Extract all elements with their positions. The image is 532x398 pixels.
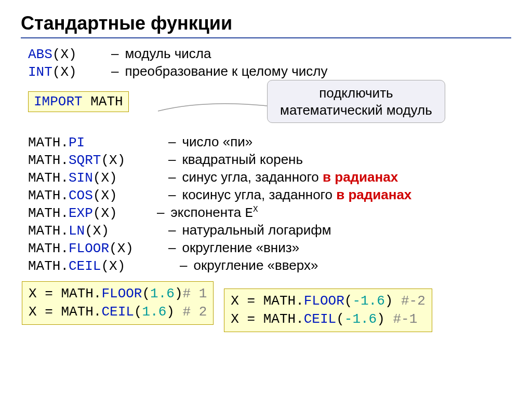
- function-name: MATH.CEIL(X): [28, 258, 180, 274]
- function-row: MATH.CEIL(X)–округление «вверх»: [28, 257, 511, 274]
- import-area: IMPORT MATH подключить математический мо…: [28, 91, 511, 125]
- page-title: Стандартные функции: [21, 12, 511, 34]
- function-row: MATH.LN(X)–натуральный логарифм: [28, 222, 511, 239]
- example-box-left: X = MATH.FLOOR(1.6)# 1X = MATH.CEIL(1.6)…: [22, 281, 214, 325]
- import-box: IMPORT MATH: [28, 91, 129, 112]
- function-row: INT(X)–преобразование к целому числу: [28, 63, 511, 80]
- code-line: X = MATH.FLOOR(-1.6) #-2: [231, 292, 425, 310]
- examples-row: X = MATH.FLOOR(1.6)# 1X = MATH.CEIL(1.6)…: [22, 281, 511, 332]
- function-desc: натуральный логарифм: [182, 222, 331, 238]
- dash: –: [168, 152, 176, 168]
- function-desc: преобразование к целому числу: [125, 63, 327, 79]
- dash: –: [111, 46, 118, 62]
- function-desc: округление «вниз»: [182, 240, 299, 256]
- function-name: MATH.EXP(X): [28, 205, 157, 221]
- top-function-list: ABS(X)–модуль числаINT(X)–преобразование…: [21, 46, 511, 80]
- function-row: MATH.SIN(X)–синус угла, заданного в ради…: [28, 169, 511, 186]
- function-desc: модуль числа: [125, 46, 211, 62]
- function-row: MATH.EXP(X)–экспонента EX: [28, 204, 511, 221]
- function-row: ABS(X)–модуль числа: [28, 46, 511, 62]
- function-desc: квадратный корень: [182, 152, 303, 168]
- code-line: X = MATH.FLOOR(1.6)# 1: [29, 285, 207, 303]
- function-name: INT(X): [28, 64, 111, 80]
- function-name: MATH.FLOOR(X): [28, 241, 168, 256]
- dash: –: [168, 134, 176, 150]
- function-name: MATH.PI: [28, 135, 168, 150]
- function-name: MATH.SQRT(X): [28, 153, 168, 168]
- dash: –: [168, 222, 176, 238]
- code-line: X = MATH.CEIL(1.6) # 2: [29, 303, 207, 321]
- function-row: MATH.COS(X)–косинус угла, заданного в ра…: [28, 187, 511, 203]
- dash: –: [180, 257, 187, 273]
- function-desc: округление «вверх»: [193, 257, 318, 273]
- function-name: ABS(X): [28, 47, 111, 62]
- dash: –: [168, 187, 176, 203]
- code-line: X = MATH.CEIL(-1.6) #-1: [231, 310, 425, 328]
- dash: –: [168, 169, 176, 185]
- function-row: MATH.PI–число «пи»: [28, 134, 511, 150]
- divider: [21, 37, 511, 38]
- function-desc: синус угла, заданного в радианах: [182, 169, 398, 185]
- function-name: MATH.SIN(X): [28, 170, 168, 186]
- function-name: MATH.LN(X): [28, 223, 168, 239]
- function-desc: число «пи»: [182, 134, 252, 150]
- function-desc: экспонента EX: [170, 204, 258, 221]
- math-function-list: MATH.PI–число «пи»MATH.SQRT(X)–квадратны…: [21, 134, 511, 274]
- function-name: MATH.COS(X): [28, 188, 168, 203]
- dash: –: [111, 63, 118, 79]
- example-box-right: X = MATH.FLOOR(-1.6) #-2X = MATH.CEIL(-1…: [224, 289, 432, 332]
- callout-box: подключить математический модуль: [267, 80, 445, 123]
- dash: –: [157, 204, 164, 221]
- function-desc: косинус угла, заданного в радианах: [182, 187, 411, 203]
- dash: –: [168, 240, 176, 256]
- callout-tail: [158, 102, 267, 117]
- function-row: MATH.FLOOR(X)–округление «вниз»: [28, 240, 511, 256]
- function-row: MATH.SQRT(X)–квадратный корень: [28, 152, 511, 168]
